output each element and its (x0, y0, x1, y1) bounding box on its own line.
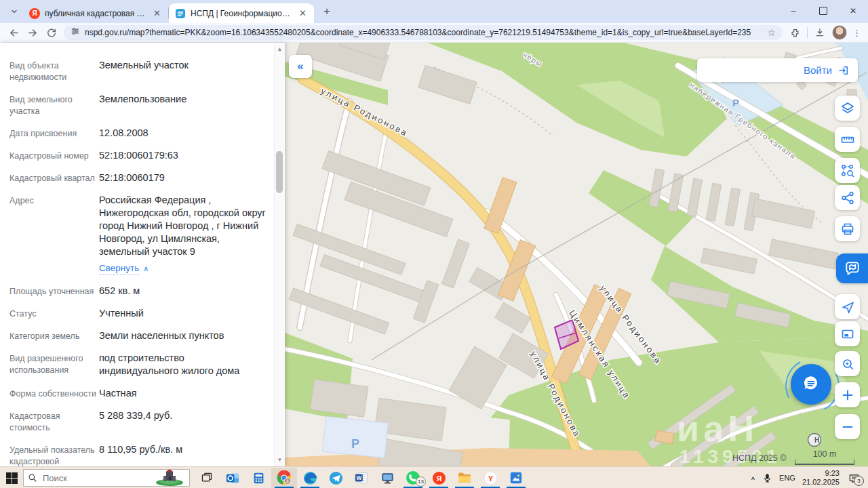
scroll-up-icon[interactable]: ▲ (275, 44, 285, 55)
new-tab-button[interactable]: + (318, 3, 336, 20)
pc-button[interactable] (374, 468, 400, 488)
photos-button[interactable] (503, 468, 529, 488)
ruler-icon (840, 132, 855, 147)
panel-row: Площадь уточненная652 кв. м (9, 285, 266, 298)
area-search-button[interactable] (835, 158, 860, 183)
taskview-button[interactable] (194, 468, 220, 488)
object-card-button[interactable] (836, 253, 868, 283)
zoom-out-button[interactable] (835, 414, 860, 439)
search-on-map-button[interactable] (835, 351, 860, 376)
site-settings-icon[interactable] (71, 26, 80, 39)
explorer-button[interactable] (452, 468, 477, 488)
locate-arrow-icon (840, 300, 855, 314)
panel-row: Кадастровый номер52:18:0060179:63 (9, 149, 266, 162)
address-collapse-link[interactable]: Свернуть (99, 262, 139, 275)
minimize-button[interactable]: – (778, 0, 808, 22)
pc-icon (380, 471, 395, 485)
attribute-label: Адрес (9, 194, 96, 275)
attribute-value: 52:18:0060179 (99, 171, 266, 184)
tab-search-chevron-icon[interactable] (5, 3, 23, 20)
language-indicator[interactable]: ENG (779, 474, 795, 482)
panel-row: Кадастровый квартал52:18:0060179 (9, 171, 266, 184)
locate-button[interactable] (835, 294, 860, 319)
microphone-icon[interactable] (762, 473, 772, 483)
layers-icon (840, 101, 855, 116)
start-button[interactable] (0, 467, 23, 488)
url-text[interactable]: nspd.gov.ru/map?thematic=PKK&zoom=16.106… (85, 28, 762, 37)
back-icon[interactable] (7, 26, 20, 39)
search-highlight-image[interactable] (154, 470, 185, 486)
attribute-value: Землепользование (99, 93, 266, 117)
attribute-value: Учтенный (99, 307, 266, 320)
y-browser-button[interactable]: Y (477, 468, 503, 488)
parking-label: Р (732, 97, 739, 108)
download-icon[interactable] (813, 26, 827, 39)
tab-cadastral-map[interactable]: Я публичная кадастровая карта ✕ (23, 3, 168, 23)
search-input[interactable] (41, 472, 150, 484)
zoom-out-icon (840, 420, 855, 434)
object-info-panel: Вид объекта недвижимостиЗемельный участо… (0, 43, 285, 467)
maximize-icon (819, 7, 827, 15)
panel-row: Удельный показатель кадастровой8 110,95 … (9, 443, 266, 467)
bookmark-star-icon[interactable]: ☆ (767, 27, 776, 38)
calculator-button[interactable] (245, 468, 271, 488)
helipad-label: Н (814, 436, 819, 444)
outlook-button[interactable] (220, 468, 245, 488)
layers-button[interactable] (835, 96, 860, 121)
chevron-up-icon[interactable]: ∧ (143, 264, 149, 272)
svg-text:Я: Я (436, 474, 441, 482)
taskbar-search[interactable] (23, 469, 190, 487)
maximize-button[interactable] (808, 0, 838, 22)
attribute-value: Земли населенных пунктов (99, 329, 266, 342)
tray-date: 21.02.2025 (802, 478, 840, 487)
yandex-browser-button[interactable]: Я (426, 468, 452, 488)
windows-taskbar: W 13 Я Y ∧ ENG (0, 466, 868, 488)
attribute-label: Форма собственности (9, 387, 96, 400)
panel-collapse-button[interactable]: « (289, 55, 312, 78)
profile-avatar[interactable] (832, 25, 847, 40)
taskview-icon (201, 472, 213, 484)
close-icon[interactable]: ✕ (152, 8, 162, 18)
share-button[interactable] (835, 185, 860, 210)
overview-map-button[interactable] (835, 321, 860, 346)
scroll-down-icon[interactable]: ▼ (275, 455, 285, 466)
extensions-icon[interactable] (788, 26, 802, 39)
tab-nspd[interactable]: НСПД | Геоинформационный ✕ (169, 3, 314, 23)
panel-scrollbar[interactable]: ▲ ▼ (274, 43, 285, 467)
print-button[interactable] (835, 216, 860, 241)
telegram-button[interactable] (323, 468, 349, 488)
login-bar[interactable]: Войти (697, 58, 858, 82)
attribute-value: 8 110,95 руб./кв. м (99, 443, 266, 467)
chrome-button[interactable] (271, 468, 297, 488)
map-canvas[interactable]: улица Родионоваулица Родионоваулица Роди… (285, 43, 868, 467)
panel-row: Категория земельЗемли населенных пунктов (9, 329, 266, 342)
close-icon[interactable]: ✕ (298, 8, 308, 18)
search-on-map-icon (840, 357, 855, 371)
attribute-label: Удельный показатель кадастровой (9, 443, 96, 467)
hidden-icons-chevron[interactable]: ∧ (751, 475, 755, 481)
panel-row: Дата присвоения12.08.2008 (9, 127, 266, 140)
tab-label: НСПД | Геоинформационный (191, 9, 293, 18)
start-icon (6, 472, 18, 484)
reload-icon[interactable] (45, 26, 58, 39)
attribute-label: Статус (9, 307, 96, 320)
tray-clock[interactable]: 9:23 21.02.2025 (802, 469, 840, 487)
menu-kebab-icon[interactable]: ⋮ (852, 28, 861, 38)
parking-label: Р (351, 437, 359, 451)
word-button[interactable]: W (349, 468, 374, 488)
zoom-in-icon (840, 388, 855, 403)
tab-label: публичная кадастровая карта (45, 9, 147, 18)
measure-button[interactable] (835, 127, 860, 152)
chat-button[interactable] (791, 364, 831, 405)
scrollbar-thumb[interactable] (276, 151, 283, 193)
close-window-button[interactable]: ✕ (838, 0, 868, 22)
whatsapp-button[interactable]: 13 (400, 468, 426, 488)
forward-icon[interactable] (26, 26, 39, 39)
panel-row: АдресРоссийская Федерация , Нижегородска… (9, 194, 266, 275)
zoom-in-button[interactable] (835, 382, 860, 407)
attribute-value: 652 кв. м (99, 285, 266, 298)
notification-center-button[interactable]: 3 (846, 470, 861, 485)
attribute-value: 12.08.2008 (99, 127, 266, 140)
edge-button[interactable] (297, 468, 323, 488)
address-bar[interactable]: nspd.gov.ru/map?thematic=PKK&zoom=16.106… (64, 25, 783, 40)
